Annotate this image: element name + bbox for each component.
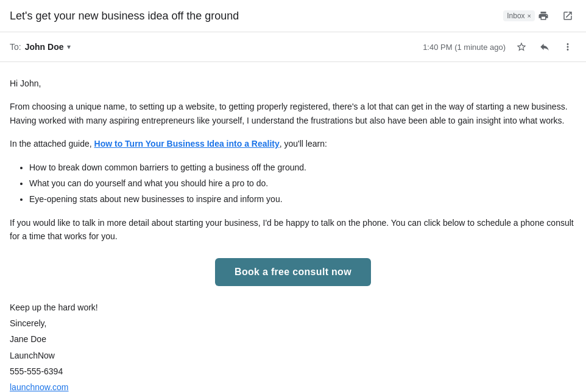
print-icon bbox=[538, 10, 549, 21]
sender-bar: To: John Doe ▾ 1:40 PM (1 minute ago) bbox=[0, 32, 586, 62]
phone-number: 555-555-6394 bbox=[10, 365, 576, 378]
closing2: Sincerely, bbox=[10, 317, 576, 330]
sender-right-actions: 1:40 PM (1 minute ago) bbox=[423, 38, 576, 55]
paragraph2-prefix: In the attached guide, bbox=[10, 139, 94, 149]
more-options-icon bbox=[562, 41, 573, 52]
reply-icon bbox=[539, 41, 550, 52]
open-in-new-button[interactable] bbox=[559, 7, 576, 24]
to-label: To: bbox=[10, 42, 21, 52]
bullet-item-3: Eye-opening stats about new businesses t… bbox=[29, 192, 576, 206]
email-timestamp: 1:40 PM (1 minute ago) bbox=[423, 43, 506, 52]
inbox-tag[interactable]: Inbox × bbox=[503, 10, 535, 21]
reply-button[interactable] bbox=[536, 38, 553, 55]
paragraph2: In the attached guide, How to Turn Your … bbox=[10, 137, 576, 150]
bullet-list: How to break down common barriers to get… bbox=[29, 161, 576, 206]
open-new-icon bbox=[562, 10, 573, 21]
company-name: LaunchNow bbox=[10, 349, 576, 362]
inbox-tag-label: Inbox bbox=[507, 12, 524, 20]
cta-wrapper: Book a free consult now bbox=[10, 258, 576, 286]
bullet-item-1: How to break down common barriers to get… bbox=[29, 161, 576, 174]
action-icons bbox=[513, 38, 576, 55]
email-body: Hi John, From choosing a unique name, to… bbox=[0, 62, 586, 392]
paragraph2-suffix: , you'll learn: bbox=[280, 139, 327, 149]
recipient-dropdown-icon[interactable]: ▾ bbox=[67, 43, 71, 51]
sender-info: To: John Doe ▾ bbox=[10, 42, 71, 52]
bullet-item-2: What you can do yourself and what you sh… bbox=[29, 177, 576, 190]
website-link[interactable]: launchnow.com bbox=[10, 382, 69, 392]
greeting: Hi John, bbox=[10, 77, 576, 90]
email-signature: Keep up the hard work! Sincerely, Jane D… bbox=[10, 301, 576, 392]
paragraph1: From choosing a unique name, to setting … bbox=[10, 100, 576, 127]
header-icons bbox=[535, 7, 576, 24]
recipient-name: John Doe bbox=[25, 42, 64, 52]
print-button[interactable] bbox=[535, 7, 552, 24]
more-options-button[interactable] bbox=[559, 38, 576, 55]
star-button[interactable] bbox=[513, 38, 530, 55]
book-consult-button[interactable]: Book a free consult now bbox=[215, 258, 371, 286]
website: launchnow.com bbox=[10, 380, 576, 392]
star-icon bbox=[516, 41, 527, 52]
paragraph3: If you would like to talk in more detail… bbox=[10, 216, 576, 243]
email-header: Let's get your new business idea off the… bbox=[0, 0, 586, 32]
inbox-tag-close[interactable]: × bbox=[528, 12, 531, 19]
guide-link[interactable]: How to Turn Your Business Idea into a Re… bbox=[94, 139, 280, 149]
closing1: Keep up the hard work! bbox=[10, 301, 576, 314]
phone-link[interactable]: 555-555-6394 bbox=[10, 366, 63, 376]
sender-name: Jane Doe bbox=[10, 332, 576, 346]
email-subject: Let's get your new business idea off the… bbox=[10, 10, 498, 23]
